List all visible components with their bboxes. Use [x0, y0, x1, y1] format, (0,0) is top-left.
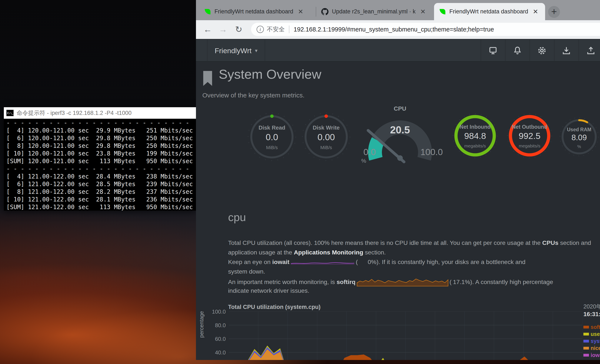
chart-legend: softirqusersystemniceiowait	[583, 324, 600, 359]
legend-item-user[interactable]: user	[583, 331, 600, 338]
bell-icon	[513, 46, 522, 55]
legend-swatch	[583, 340, 589, 343]
disk-read-gauge[interactable]: Disk Read 0.0 MiB/s	[246, 111, 298, 164]
ytick: 40.0	[205, 349, 226, 356]
upload-icon	[586, 46, 596, 55]
chart-time: 16:31:2	[583, 311, 600, 318]
tab-netdata-1[interactable]: FriendlyWrt netdata dashboard ✕	[199, 3, 315, 20]
iowait-value: 0%).	[358, 259, 380, 265]
gauge-label: Net Outbound	[506, 124, 553, 130]
section-title: System Overview	[219, 66, 321, 82]
net-outbound-gauge[interactable]: Net Outbound 992.5 megabits/s	[506, 112, 553, 161]
legend-label: system	[591, 338, 600, 344]
bookmark-icon	[202, 70, 213, 87]
github-icon	[321, 8, 328, 15]
new-tab-button[interactable]: +	[548, 6, 560, 18]
net-inbound-gauge[interactable]: Net Inbound 984.8 megabits/s	[452, 112, 498, 161]
tab-label: Update r2s_lean_minimal.yml · k	[332, 8, 415, 15]
legend-label: softirq	[591, 324, 600, 330]
security-label[interactable]: 不安全	[267, 25, 285, 33]
tab-github[interactable]: Update r2s_lean_minimal.yml · k ✕	[317, 3, 432, 20]
terminal-line: [SUM] 121.00-122.00 sec 113 MBytes 950 M…	[6, 203, 196, 211]
cpu-gauge[interactable]: CPU 20.5 0.0 100.0 %	[360, 109, 441, 164]
gauge-dot	[270, 114, 274, 118]
tab-label: FriendlyWrt netdata dashboard	[449, 8, 528, 15]
gauge-value: 992.5	[506, 131, 553, 141]
legend-label: iowait	[591, 352, 600, 358]
terminal-line: - - - - - - - - - - - - - - - - - - - - …	[6, 119, 196, 127]
site-info-icon[interactable]: i	[257, 26, 264, 33]
settings-button[interactable]	[530, 40, 554, 62]
section-subtitle: Overview of the key system metrics.	[202, 92, 304, 99]
tab-netdata-2-active[interactable]: FriendlyWrt netdata dashboard ✕	[434, 3, 545, 20]
tab-close-icon[interactable]: ✕	[533, 8, 538, 15]
address-bar[interactable]: i 不安全 192.168.2.1:19999/#menu_system_sub…	[251, 23, 600, 36]
doc-line: system down.	[228, 268, 600, 278]
netdata-page: FriendlyWrt ▾ S	[196, 39, 600, 360]
legend-item-nice[interactable]: nice	[583, 345, 600, 352]
reload-button[interactable]: ↻	[233, 23, 245, 36]
terminal-line: [SUM] 120.00-121.00 sec 113 MBytes 950 M…	[6, 158, 196, 165]
terminal-line: [ 10] 120.00-121.00 sec 23.8 MBytes 199 …	[6, 150, 196, 158]
tab-close-icon[interactable]: ✕	[420, 8, 426, 15]
terminal-line: [ 4] 120.00-121.00 sec 29.9 MBytes 251 M…	[6, 127, 196, 134]
host-menu-button[interactable]: FriendlyWrt ▾	[207, 40, 265, 62]
legend-label: user	[591, 331, 600, 337]
omnibox-divider	[289, 26, 289, 33]
softirq-sparkline[interactable]	[357, 278, 448, 287]
legend-item-iowait[interactable]: iowait	[583, 352, 600, 359]
terminal-line: - - - - - - - - - - - - - - - - - - - - …	[6, 165, 196, 173]
alarms-button[interactable]	[505, 40, 529, 62]
gauge-label: Disk Read	[246, 124, 298, 131]
legend-swatch	[583, 333, 589, 336]
terminal-line: [ 8] 121.00-122.00 sec 28.2 MBytes 237 M…	[6, 188, 196, 196]
legend-item-softirq[interactable]: softirq	[583, 324, 600, 331]
applications-monitoring-link[interactable]: Applications Monitoring	[294, 249, 363, 256]
gauge-value: 20.5	[360, 124, 441, 136]
gauge-label: Disk Write	[301, 124, 352, 131]
cpu-chart-plot[interactable]	[229, 311, 582, 360]
back-button[interactable]: ←	[201, 23, 214, 36]
gauge-value: 0.0	[246, 132, 298, 142]
gauge-unit: megabits/s	[506, 143, 553, 149]
url-text[interactable]: 192.168.2.1:19999/#menu_system_submenu_c…	[294, 26, 494, 33]
disk-write-gauge[interactable]: Disk Write 0.00 MiB/s	[301, 111, 352, 164]
terminal-output: - - - - - - - - - - - - - - - - - - - - …	[4, 119, 196, 211]
gauge-label: CPU	[360, 105, 441, 112]
terminal-title: 命令提示符 - iperf3 -c 192.168.1.2 -P4 -t1000	[17, 109, 131, 117]
netdata-header: FriendlyWrt ▾	[196, 40, 600, 62]
terminal-titlebar[interactable]: C:\_ 命令提示符 - iperf3 -c 192.168.1.2 -P4 -…	[4, 107, 196, 119]
terminal-line: [ 6] 121.00-122.00 sec 28.5 MBytes 239 M…	[6, 180, 196, 188]
gauge-max: 100.0	[421, 147, 443, 157]
export-snapshot-button[interactable]	[579, 40, 600, 62]
used-ram-gauge[interactable]: Used RAM 8.09 %	[559, 117, 599, 159]
monitor-icon	[488, 46, 498, 55]
doc-line: application usage at the Applications Mo…	[228, 249, 600, 259]
netdata-icon	[204, 8, 211, 15]
iowait-sparkline[interactable]	[291, 260, 355, 265]
browser-toolbar: ← → ↻ i 不安全 192.168.2.1:19999/#menu_syst…	[196, 20, 600, 39]
legend-item-system[interactable]: system	[583, 338, 600, 345]
gauge-label: Used RAM	[559, 127, 599, 132]
tab-label: FriendlyWrt netdata dashboard	[215, 8, 293, 15]
ytick: 100.0	[205, 308, 226, 315]
legend-swatch	[583, 326, 589, 328]
print-dashboard-button[interactable]	[481, 40, 505, 62]
host-name: FriendlyWrt	[215, 47, 252, 55]
tab-close-icon[interactable]: ✕	[298, 8, 303, 15]
ytick: 60.0	[205, 336, 226, 342]
ytick: 80.0	[205, 322, 226, 329]
cpus-link[interactable]: CPUs	[542, 239, 558, 246]
gauge-unit: MiB/s	[301, 145, 352, 150]
import-snapshot-button[interactable]	[554, 40, 578, 62]
netdata-icon	[439, 8, 446, 15]
terminal-line: [ 10] 121.00-122.00 sec 28.1 MBytes 236 …	[6, 196, 196, 203]
forward-button[interactable]: →	[217, 23, 229, 36]
gauge-label: Net Inbound	[452, 124, 498, 130]
doc-line: Total CPU utilization (all cores). 100% …	[228, 239, 600, 249]
gauge-min: 0.0	[363, 147, 376, 157]
tab-divider	[316, 7, 316, 17]
softirq-value: 17.1%).	[451, 279, 474, 286]
cmd-icon: C:\_	[6, 110, 14, 116]
legend-swatch	[583, 347, 589, 350]
